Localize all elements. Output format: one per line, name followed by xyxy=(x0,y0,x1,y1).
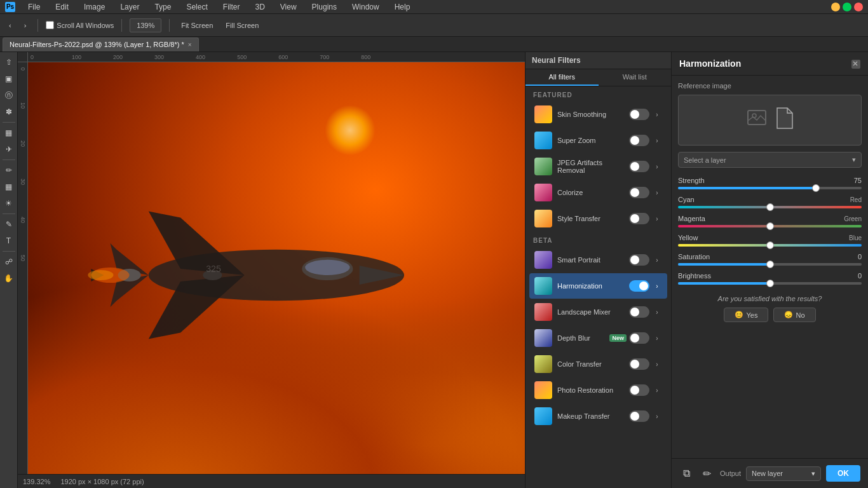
brightness-slider[interactable] xyxy=(678,282,862,285)
toggle-photo-restoration[interactable] xyxy=(629,384,649,396)
forward-button[interactable]: › xyxy=(20,20,31,31)
cyan-red-slider[interactable] xyxy=(678,206,862,208)
filter-jpeg-artifacts[interactable]: JPEG Artifacts Removal › xyxy=(529,154,667,179)
yellow-blue-slider-thumb[interactable] xyxy=(766,241,774,249)
toggle-group-skin-smoothing: › xyxy=(629,109,662,120)
select-tool[interactable]: ▣ xyxy=(1,71,17,86)
magenta-green-slider-thumb[interactable] xyxy=(766,222,774,230)
menu-select[interactable]: Select xyxy=(184,1,210,13)
harmonization-close-button[interactable] xyxy=(850,58,860,69)
back-button[interactable]: ‹ xyxy=(5,20,15,31)
zoom-tool[interactable]: ☍ xyxy=(1,254,17,269)
toggle-jpeg-artifacts[interactable] xyxy=(629,161,649,172)
saturation-slider[interactable] xyxy=(678,263,862,266)
eyedropper-tool[interactable]: ✈ xyxy=(1,142,17,157)
toggle-smart-portrait[interactable] xyxy=(629,254,649,266)
expand-skin-smoothing[interactable]: › xyxy=(652,109,662,119)
fit-screen-button[interactable]: Fit Screen xyxy=(177,20,217,31)
menu-help[interactable]: Help xyxy=(392,1,413,13)
no-button[interactable]: 😞 No xyxy=(773,308,815,322)
layers-icon-button[interactable]: ⧉ xyxy=(679,466,694,481)
saturation-slider-thumb[interactable] xyxy=(766,261,774,268)
strength-slider[interactable] xyxy=(678,187,862,189)
tab-close-button[interactable]: × xyxy=(188,41,192,48)
canvas-content[interactable]: 325 xyxy=(28,62,525,488)
no-label: No xyxy=(796,311,804,319)
expand-super-zoom[interactable]: › xyxy=(652,135,662,146)
toggle-style-transfer[interactable] xyxy=(629,213,649,224)
toolbar-separator xyxy=(37,19,38,32)
maximize-button[interactable] xyxy=(843,3,851,11)
toggle-depth-blur[interactable] xyxy=(629,332,649,344)
toggle-colorize[interactable] xyxy=(629,187,649,198)
minimize-button[interactable] xyxy=(831,3,840,11)
filter-color-transfer[interactable]: Color Transfer › xyxy=(529,351,667,377)
filter-colorize[interactable]: Colorize › xyxy=(529,180,667,205)
toggle-color-transfer[interactable] xyxy=(629,358,649,370)
output-select-dropdown[interactable]: New layer ▾ xyxy=(746,466,821,481)
crop-tool[interactable]: ▦ xyxy=(1,125,17,140)
expand-depth-blur[interactable]: › xyxy=(652,333,662,343)
magic-wand-tool[interactable]: ✽ xyxy=(1,104,17,119)
filter-super-zoom[interactable]: Super Zoom › xyxy=(529,128,667,153)
menu-file[interactable]: File xyxy=(25,1,43,13)
menu-image[interactable]: Image xyxy=(81,1,107,13)
menu-window[interactable]: Window xyxy=(349,1,382,13)
text-tool[interactable]: T xyxy=(1,233,17,248)
filter-landscape-mixer[interactable]: Landscape Mixer › xyxy=(529,299,667,325)
expand-harmonization[interactable]: › xyxy=(652,281,662,291)
brush-tool[interactable]: ✏ xyxy=(1,163,17,178)
paintbrush-icon-button[interactable]: ✏ xyxy=(699,466,715,482)
yellow-blue-slider[interactable] xyxy=(678,244,862,247)
layer-select-dropdown[interactable]: Select a layer ▾ xyxy=(678,152,862,168)
menu-3d[interactable]: 3D xyxy=(252,1,267,13)
expand-smart-portrait[interactable]: › xyxy=(652,255,662,265)
close-button[interactable] xyxy=(854,3,863,11)
scroll-all-checkbox-label[interactable]: Scroll All Windows xyxy=(46,21,114,29)
expand-landscape-mixer[interactable]: › xyxy=(652,307,662,317)
expand-colorize[interactable]: › xyxy=(652,187,662,198)
pen-tool[interactable]: ✎ xyxy=(1,217,17,232)
toggle-super-zoom[interactable] xyxy=(629,135,649,146)
expand-style-transfer[interactable]: › xyxy=(652,214,662,224)
expand-jpeg-artifacts[interactable]: › xyxy=(652,161,662,172)
ok-button[interactable]: OK xyxy=(826,465,860,482)
toggle-makeup-transfer[interactable] xyxy=(629,410,649,422)
yes-button[interactable]: 😊 Yes xyxy=(724,308,768,322)
filter-harmonization[interactable]: Harmonization › xyxy=(529,273,667,299)
cyan-red-slider-thumb[interactable] xyxy=(766,203,774,211)
reference-image-box[interactable] xyxy=(678,95,862,146)
menu-view[interactable]: View xyxy=(278,1,299,13)
menu-plugins[interactable]: Plugins xyxy=(309,1,339,13)
expand-makeup-transfer[interactable]: › xyxy=(652,411,662,421)
scroll-all-checkbox[interactable] xyxy=(46,21,54,29)
eraser-tool[interactable]: ▦ xyxy=(1,179,17,194)
magenta-green-slider[interactable] xyxy=(678,225,862,227)
filter-makeup-transfer[interactable]: Makeup Transfer › xyxy=(529,403,667,429)
strength-slider-thumb[interactable] xyxy=(812,184,820,192)
paint-bucket-tool[interactable]: ☀ xyxy=(1,196,17,211)
menu-type[interactable]: Type xyxy=(152,1,173,13)
brightness-slider-thumb[interactable] xyxy=(766,280,774,287)
wait-list-tab[interactable]: Wait list xyxy=(599,69,672,86)
all-filters-tab[interactable]: All filters xyxy=(526,69,599,86)
expand-photo-restoration[interactable]: › xyxy=(652,385,662,395)
filter-skin-smoothing[interactable]: Skin Smoothing › xyxy=(529,102,667,127)
menu-layer[interactable]: Layer xyxy=(118,1,142,13)
menu-filter[interactable]: Filter xyxy=(220,1,243,13)
lasso-tool[interactable]: ⓝ xyxy=(1,88,17,103)
toggle-harmonization[interactable] xyxy=(629,280,649,292)
toggle-skin-smoothing[interactable] xyxy=(629,109,649,120)
toggle-landscape-mixer[interactable] xyxy=(629,306,649,318)
hand-tool[interactable]: ✋ xyxy=(1,271,17,286)
fill-screen-button[interactable]: Fill Screen xyxy=(222,20,262,31)
zoom-input[interactable] xyxy=(130,18,161,32)
document-tab[interactable]: Neural-Filters-Ps-2022.psd @ 139% (Layer… xyxy=(3,37,199,51)
filter-style-transfer[interactable]: Style Transfer › xyxy=(529,206,667,231)
expand-color-transfer[interactable]: › xyxy=(652,359,662,369)
filter-photo-restoration[interactable]: Photo Restoration › xyxy=(529,377,667,403)
move-tool[interactable]: ⇧ xyxy=(1,55,17,70)
filter-depth-blur[interactable]: Depth Blur New › xyxy=(529,325,667,351)
menu-edit[interactable]: Edit xyxy=(53,1,71,13)
filter-smart-portrait[interactable]: Smart Portrait › xyxy=(529,247,667,273)
